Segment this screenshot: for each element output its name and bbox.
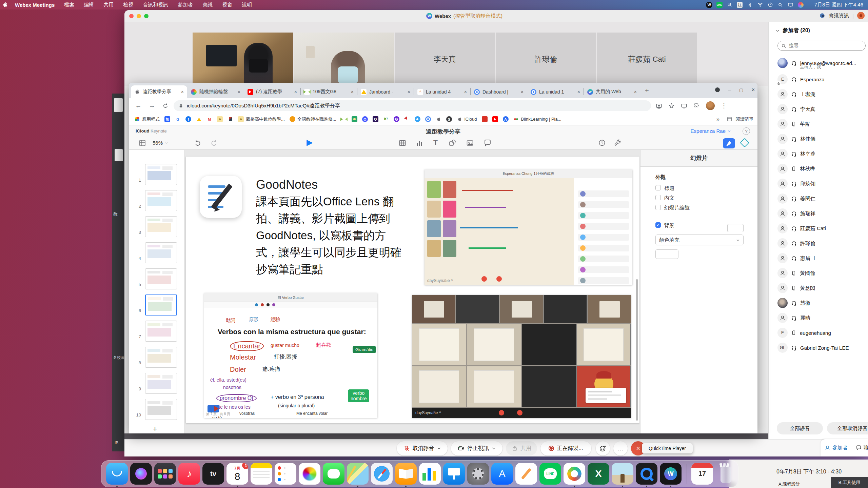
participant-row[interactable]: E Esperanza (777, 73, 825, 86)
fullscreen-icon[interactable] (681, 103, 687, 109)
help-button[interactable]: ? (743, 127, 750, 135)
reactions-button[interactable] (596, 441, 610, 455)
display-icon[interactable] (787, 1, 795, 8)
menubar-clock[interactable]: 7月8日 週四 下午4:46 (810, 2, 868, 8)
dock-apple-tv-icon[interactable]: tv (202, 463, 224, 485)
new-tab-button[interactable]: + (645, 87, 649, 95)
menubar-item[interactable]: 檔案 (59, 2, 79, 8)
slide-navigator-icon[interactable] (138, 139, 146, 147)
color-well[interactable] (655, 249, 678, 259)
search-icon[interactable] (776, 1, 785, 8)
slide-thumbnail[interactable] (145, 164, 177, 185)
participant-row[interactable]: 惠眉 王 (777, 251, 817, 265)
browser-tab[interactable]: Jamboard -× (357, 85, 414, 98)
close-tab-icon[interactable]: × (577, 89, 580, 95)
dock-trash-icon[interactable] (715, 462, 737, 486)
dock-photo-booth-icon[interactable] (612, 463, 633, 485)
background-checkbox[interactable]: ✓ (655, 222, 661, 228)
insert-shape-icon[interactable] (448, 139, 456, 147)
zoom-control[interactable]: 56% (153, 140, 168, 146)
bookmark-item[interactable]: Q (373, 116, 378, 122)
browser-tab[interactable]: 隨機抽籤輪盤× (188, 85, 244, 98)
bookmark-item[interactable]: S (446, 116, 452, 122)
dock-camtasia-icon[interactable] (564, 463, 585, 485)
dock-keynote-icon[interactable] (443, 463, 465, 485)
close-tab-icon[interactable]: × (181, 89, 184, 95)
participant-row[interactable]: 王珈漩 (777, 87, 815, 101)
bookmark-item[interactable]: G (175, 116, 181, 122)
more-options-button[interactable]: … (613, 441, 628, 455)
tools-icon[interactable] (614, 139, 622, 147)
insert-chart-icon[interactable] (415, 139, 423, 147)
dock-launchpad-icon[interactable] (154, 463, 176, 485)
close-tab-icon[interactable]: × (408, 89, 410, 95)
reload-button[interactable] (159, 103, 172, 109)
bookmark-item[interactable] (352, 116, 357, 122)
menubar-item[interactable]: 檢視 (118, 2, 138, 8)
bookmark-item[interactable]: G (394, 116, 399, 122)
video-tile-camera[interactable] (193, 33, 293, 86)
cast-icon[interactable] (656, 103, 662, 109)
bookmark-item[interactable]: f (185, 116, 191, 122)
bookmark-item[interactable] (425, 116, 431, 122)
bookmark-item[interactable] (404, 116, 410, 122)
format-panel-tab[interactable]: 幻燈片 (640, 150, 757, 167)
recording-indicator-icon[interactable] (857, 12, 865, 19)
wifi-icon[interactable] (756, 1, 764, 8)
reading-list-icon[interactable] (727, 116, 732, 122)
video-tile-camera[interactable] (294, 33, 394, 86)
participant-row[interactable]: GL Gabriel Zong-Tai LEE (777, 341, 849, 354)
background-value-field[interactable] (727, 224, 744, 232)
insert-table-icon[interactable] (398, 139, 407, 147)
bookmark-item[interactable] (436, 116, 441, 122)
browser-tab[interactable]: ☝La unidad 4× (414, 85, 470, 98)
close-window-button[interactable] (129, 14, 134, 18)
dock-line-icon[interactable]: LINE (539, 463, 561, 485)
browser-tab[interactable]: La unidad 1× (527, 85, 584, 98)
bookmark-item[interactable]: BlinkLearning | Pla... (513, 116, 561, 122)
reading-list-label[interactable]: 閱讀清單 (736, 116, 753, 122)
bookmark-item[interactable]: K! (383, 116, 389, 122)
webex-title-bar[interactable]: W Webex (控管型取消靜音模式) 會議資訊 | (124, 10, 868, 22)
profile-avatar[interactable] (706, 101, 715, 110)
play-button[interactable]: ▶ (307, 138, 313, 147)
dock-quicktime-icon[interactable] (636, 463, 657, 485)
line-icon[interactable]: LINE (715, 1, 724, 8)
minimize-window-button[interactable] (137, 14, 141, 18)
menubar-item[interactable]: 視窗 (217, 2, 237, 8)
bookmark-item[interactable] (196, 116, 202, 122)
dock-books-icon[interactable] (395, 463, 417, 485)
slide-thumbnail[interactable] (145, 399, 177, 420)
slide-thumbnail[interactable] (145, 216, 177, 237)
participant-row[interactable]: 林幸蓉 (777, 147, 815, 161)
dock-siri-icon[interactable] (130, 463, 152, 485)
browser-tab[interactable]: Dashboard |× (471, 85, 527, 98)
webex-icon[interactable]: W (705, 1, 713, 8)
redo-icon[interactable] (210, 139, 218, 146)
dock-notes-icon[interactable] (251, 463, 272, 485)
participant-row[interactable]: 李天真 (777, 102, 815, 116)
fill-type-dropdown[interactable]: 顏色填充 (655, 235, 744, 245)
dock-music-icon[interactable]: ♪ (178, 463, 200, 485)
chrome-menu-icon[interactable]: ⋮ (721, 102, 727, 109)
address-bar[interactable]: icloud.com/keynote/0OosD3hIUq5xH9b1bP2cM… (174, 100, 651, 111)
video-tile-name[interactable]: 許璟倫 (496, 33, 596, 86)
zoom-window-button[interactable] (144, 14, 149, 18)
dock-system-preferences-icon[interactable] (467, 463, 489, 485)
slide-thumbnail[interactable] (145, 242, 177, 263)
menubar-app-name[interactable]: Webex Meetings (10, 2, 59, 8)
participant-row[interactable]: 芊甯 (777, 117, 810, 131)
close-icon[interactable]: × (752, 87, 755, 93)
slide-thumbnail[interactable] (145, 347, 177, 368)
close-tab-icon[interactable]: × (238, 89, 240, 95)
participant-row[interactable]: 麗晴 (777, 311, 810, 325)
slide-thumbnail[interactable] (145, 190, 177, 211)
browser-tab[interactable]: 109西文G8× (301, 85, 357, 98)
menubar-item[interactable]: 說明 (237, 2, 257, 8)
participants-tab-button[interactable]: 參加者 (821, 445, 852, 451)
minimize-icon[interactable]: – (728, 87, 731, 93)
zhuyin-icon[interactable]: 注 (736, 1, 744, 8)
slide-thumbnail[interactable] (145, 268, 177, 289)
dock-maps-icon[interactable] (347, 463, 369, 485)
canvas-scrollbar[interactable] (636, 279, 638, 421)
